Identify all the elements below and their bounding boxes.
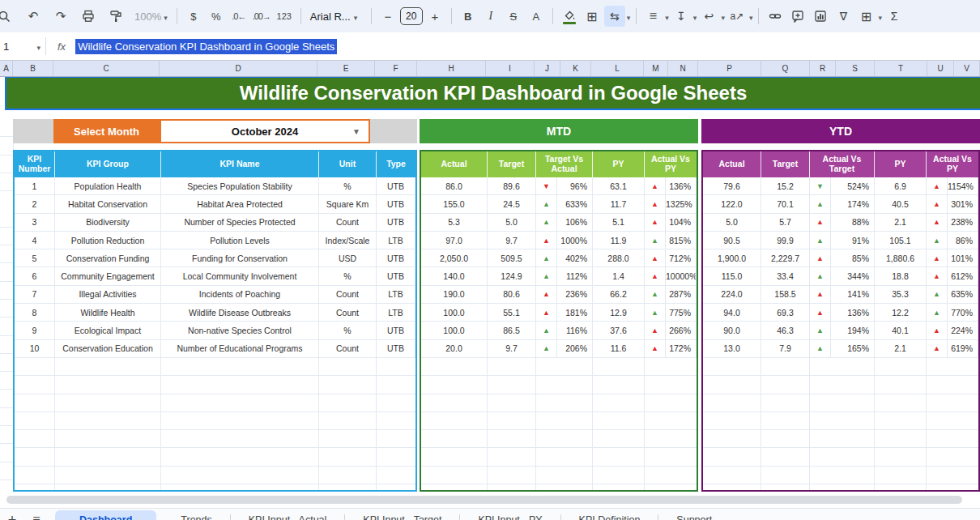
mtd-actual-vs-py-cell[interactable]: ▲815%	[645, 232, 697, 249]
mtd-actual-cell[interactable]: 190.0	[421, 286, 488, 304]
text-rotation-icon[interactable]	[726, 6, 748, 27]
column-header-Q[interactable]: Q	[761, 61, 810, 76]
ytd-actual-vs-py-cell[interactable]: ▲224%	[927, 322, 978, 339]
merge-cells-icon[interactable]	[604, 6, 625, 27]
mtd-actual-vs-py-cell[interactable]: ▲266%	[645, 322, 697, 339]
info-header-kpi-name[interactable]: KPI Name	[161, 151, 319, 177]
font-size-input[interactable]: 20	[400, 7, 423, 25]
mtd-actual-cell[interactable]: 86.0	[421, 177, 488, 195]
kpi-group-cell[interactable]: Habitat Conservation	[55, 195, 161, 213]
ytd-py-cell[interactable]: 105.1	[875, 232, 927, 249]
empty-cell-column[interactable]	[15, 358, 55, 490]
ytd-actual-cell[interactable]: 1,900.0	[703, 249, 761, 267]
ytd-py-cell[interactable]: 12.2	[875, 304, 927, 322]
kpi-name-cell[interactable]: Number of Species Protected	[161, 214, 319, 232]
info-header-type[interactable]: Type	[377, 151, 415, 177]
column-header-H[interactable]: H	[417, 61, 486, 76]
ytd-target-cell[interactable]: 33.4	[761, 267, 810, 285]
ytd-actual-vs-target-cell[interactable]: ▲88%	[810, 214, 875, 232]
kpi-unit-cell[interactable]: %	[319, 322, 377, 339]
mtd-header-py[interactable]: PY	[593, 151, 645, 177]
column-header-I[interactable]: I	[486, 61, 535, 76]
kpi-type-cell[interactable]: UTB	[377, 214, 415, 232]
print-icon[interactable]	[78, 6, 99, 27]
column-header-C[interactable]: C	[53, 61, 160, 76]
ytd-actual-vs-target-cell[interactable]: ▲165%	[810, 340, 875, 358]
ytd-target-cell[interactable]: 99.9	[761, 232, 810, 249]
mtd-py-cell[interactable]: 11.7	[593, 195, 645, 213]
mtd-actual-vs-py-cell[interactable]: ▲1325%	[645, 195, 697, 213]
percent-format-icon[interactable]	[206, 6, 227, 27]
kpi-number-cell[interactable]: 7	[15, 286, 55, 304]
decrease-decimal-icon[interactable]	[228, 6, 249, 27]
ytd-actual-cell[interactable]: 90.5	[703, 232, 761, 249]
mtd-target-cell[interactable]: 5.0	[488, 214, 536, 232]
column-header-D[interactable]: D	[160, 61, 317, 76]
chevron-down-icon[interactable]	[665, 9, 669, 23]
mtd-actual-cell[interactable]: 155.0	[421, 195, 488, 213]
paint-format-icon[interactable]	[105, 6, 126, 27]
chevron-down-icon[interactable]	[627, 9, 631, 23]
mtd-py-cell[interactable]: 12.9	[593, 304, 645, 322]
mtd-actual-cell[interactable]: 20.0	[421, 340, 488, 358]
empty-cell-column[interactable]	[377, 358, 415, 490]
chevron-down-icon[interactable]	[721, 9, 725, 23]
mtd-target-cell[interactable]: 509.5	[488, 249, 536, 267]
column-header-U[interactable]: U	[927, 61, 954, 76]
kpi-unit-cell[interactable]: Count	[319, 340, 377, 358]
increase-decimal-icon[interactable]	[251, 6, 272, 27]
kpi-number-cell[interactable]: 2	[15, 195, 55, 213]
empty-cell-column[interactable]	[488, 358, 536, 490]
empty-cell-column[interactable]	[927, 358, 978, 490]
mtd-actual-cell[interactable]: 100.0	[421, 304, 488, 322]
kpi-number-cell[interactable]: 8	[15, 304, 55, 322]
mtd-target-vs-actual-cell[interactable]: ▲116%	[536, 322, 593, 339]
column-header-L[interactable]: L	[591, 61, 644, 76]
all-sheets-icon[interactable]	[24, 510, 49, 520]
insert-comment-icon[interactable]	[787, 6, 808, 27]
ytd-py-cell[interactable]: 6.9	[875, 177, 927, 195]
column-header-T[interactable]: T	[875, 61, 927, 76]
mtd-target-vs-actual-cell[interactable]: ▲206%	[536, 340, 593, 358]
borders-icon[interactable]	[582, 6, 603, 27]
mtd-py-cell[interactable]: 11.6	[593, 340, 645, 358]
info-header-kpi-group[interactable]: KPI Group	[55, 151, 161, 177]
chevron-down-icon[interactable]	[693, 9, 697, 23]
column-header-K[interactable]: K	[560, 61, 591, 76]
text-color-icon[interactable]	[526, 6, 547, 27]
empty-cell-column[interactable]	[761, 358, 810, 490]
kpi-number-cell[interactable]: 9	[15, 322, 55, 339]
kpi-number-cell[interactable]: 6	[15, 267, 55, 285]
kpi-type-cell[interactable]: UTB	[377, 267, 415, 285]
ytd-py-cell[interactable]: 40.5	[875, 195, 927, 213]
mtd-target-vs-actual-cell[interactable]: ▲236%	[536, 286, 593, 304]
empty-cell-column[interactable]	[319, 358, 377, 490]
mtd-actual-vs-py-cell[interactable]: ▲104%	[645, 214, 697, 232]
kpi-name-cell[interactable]: Habitat Area Protected	[161, 195, 319, 213]
tab-kpi-input-target[interactable]: KPI Input - Target	[345, 511, 459, 520]
ytd-header-py[interactable]: PY	[875, 151, 927, 177]
ytd-actual-vs-target-cell[interactable]: ▲174%	[810, 195, 875, 213]
mtd-target-vs-actual-cell[interactable]: ▼96%	[536, 177, 593, 195]
kpi-type-cell[interactable]: LTB	[377, 286, 415, 304]
vertical-align-icon[interactable]	[671, 6, 692, 27]
mtd-target-cell[interactable]: 24.5	[488, 195, 536, 213]
mtd-actual-cell[interactable]: 100.0	[421, 322, 488, 339]
ytd-py-cell[interactable]: 40.1	[875, 322, 927, 339]
mtd-target-cell[interactable]: 86.5	[488, 322, 536, 339]
ytd-actual-vs-py-cell[interactable]: ▲770%	[927, 304, 978, 322]
mtd-target-cell[interactable]: 89.6	[488, 177, 536, 195]
mtd-target-vs-actual-cell[interactable]: ▲402%	[536, 249, 593, 267]
kpi-type-cell[interactable]: UTB	[377, 340, 415, 358]
mtd-actual-cell[interactable]: 5.3	[421, 214, 488, 232]
kpi-unit-cell[interactable]: %	[319, 267, 377, 285]
kpi-name-cell[interactable]: Local Community Involvement	[161, 267, 319, 285]
mtd-target-vs-actual-cell[interactable]: ▲112%	[536, 267, 593, 285]
ytd-actual-cell[interactable]: 13.0	[703, 340, 761, 358]
ytd-py-cell[interactable]: 18.8	[875, 267, 927, 285]
insert-chart-icon[interactable]	[810, 6, 831, 27]
mtd-py-cell[interactable]: 11.9	[593, 232, 645, 249]
ytd-target-cell[interactable]: 70.1	[761, 195, 810, 213]
ytd-actual-vs-target-cell[interactable]: ▲344%	[810, 267, 875, 285]
kpi-unit-cell[interactable]: Count	[319, 214, 377, 232]
